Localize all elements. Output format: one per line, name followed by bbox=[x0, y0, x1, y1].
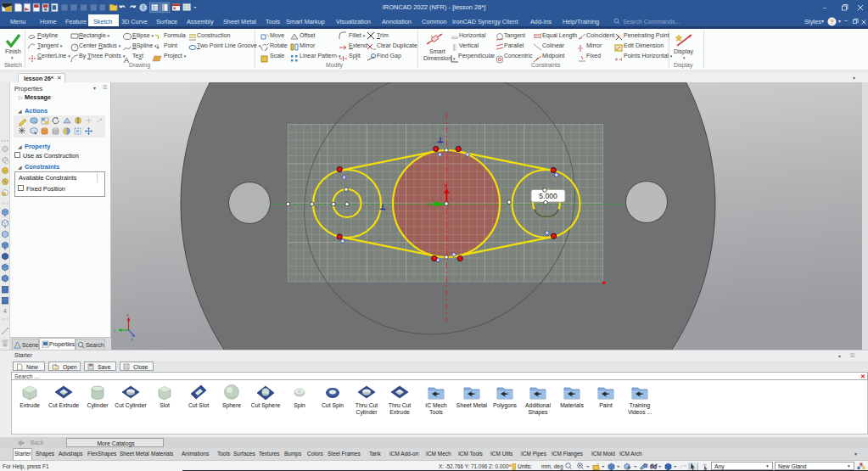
svg-text:X: X bbox=[444, 183, 448, 189]
svg-text:4: 4 bbox=[3, 308, 7, 314]
svg-text:z: z bbox=[131, 337, 133, 342]
svg-text:y: y bbox=[114, 328, 116, 333]
svg-text:x: x bbox=[126, 312, 129, 317]
svg-text:5.000: 5.000 bbox=[539, 192, 557, 200]
svg-text:6d: 6d bbox=[650, 463, 658, 469]
svg-text:?: ? bbox=[830, 18, 834, 25]
svg-text:Y: Y bbox=[426, 202, 430, 208]
